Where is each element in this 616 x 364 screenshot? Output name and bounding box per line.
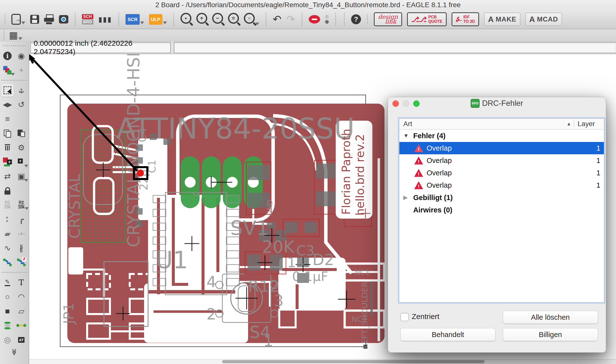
via-tool[interactable]: [1, 319, 14, 332]
text-tool[interactable]: T: [15, 276, 28, 289]
add-gate-tool[interactable]: +: [15, 156, 28, 168]
drc-group-row[interactable]: ▼Fehler (4): [399, 130, 604, 142]
lock-tool[interactable]: [1, 184, 14, 197]
mark-tool[interactable]: +: [15, 64, 28, 77]
toolbar-drag-handle[interactable]: [4, 14, 5, 24]
rotate-tool[interactable]: ↺: [15, 98, 28, 111]
wire-tool[interactable]: ✎: [1, 276, 14, 289]
minimize-button[interactable]: [403, 100, 409, 107]
circle-tool[interactable]: ○: [1, 290, 14, 303]
chevron-down-icon[interactable]: [24, 179, 28, 182]
idf-to-3d-button[interactable]: ⍼ IDFTO 3D: [452, 12, 479, 26]
chevron-down-icon[interactable]: [24, 165, 28, 167]
undo-button[interactable]: ↶: [273, 14, 282, 24]
chevron-down-icon[interactable]: [25, 207, 29, 210]
polygon-tool[interactable]: ▱: [15, 305, 28, 318]
clear-all-button[interactable]: Alle löschen: [503, 311, 598, 324]
drc-error-row[interactable]: !Overlap1: [399, 142, 604, 154]
zoom-redraw-button[interactable]: =: [228, 13, 239, 26]
column-header-art[interactable]: Art: [399, 120, 566, 128]
command-input[interactable]: [174, 42, 616, 53]
disclosure-triangle-icon[interactable]: ▶: [403, 194, 412, 201]
schematic-board-switch-button[interactable]: SCHBRD: [82, 14, 93, 24]
display-layers-tool[interactable]: [1, 64, 14, 77]
copy-tool[interactable]: [1, 127, 14, 140]
change-tool[interactable]: ⚙: [15, 141, 28, 154]
ulp-button[interactable]: ULP: [149, 14, 167, 25]
value-tool[interactable]: R210k: [15, 199, 28, 211]
zoom-button[interactable]: [413, 100, 420, 107]
make-button[interactable]: A MAKE: [484, 13, 520, 26]
set-origin-tool[interactable]: -+-: [15, 227, 28, 240]
drc-error-row[interactable]: !Overlap1: [399, 179, 604, 191]
zoom-fit-button[interactable]: ▪: [180, 13, 191, 26]
more-tools-chevron[interactable]: ≫: [11, 348, 18, 355]
split-tool[interactable]: ∦: [15, 242, 28, 254]
drc-error-list[interactable]: Art ▲ Layer ▼Fehler (4)!Overlap1!Overlap…: [399, 118, 604, 303]
cam-processor-button[interactable]: [59, 15, 68, 23]
stop-button[interactable]: [309, 15, 320, 23]
centered-checkbox-label[interactable]: Zentriert: [412, 312, 439, 321]
horizontal-scrollbar[interactable]: [29, 359, 616, 364]
close-button[interactable]: [392, 100, 399, 107]
drc-group-row[interactable]: ▶Gebilligt (1): [399, 191, 604, 204]
export-button[interactable]: →: [11, 14, 25, 25]
meander-tool[interactable]: ∿: [1, 242, 14, 254]
hole-tool[interactable]: ◎: [1, 333, 14, 346]
save-button[interactable]: [30, 15, 39, 24]
group-select-tool[interactable]: [1, 84, 14, 97]
zoom-in-button[interactable]: +: [196, 13, 207, 26]
approve-button[interactable]: Billigen: [503, 328, 598, 341]
rect-tool[interactable]: ■: [1, 305, 14, 318]
pinswap-tool[interactable]: ⇄: [1, 170, 14, 183]
chevron-down-icon[interactable]: [140, 22, 144, 24]
move-tool[interactable]: ↔↕: [15, 84, 28, 97]
grid-button[interactable]: ▦: [9, 30, 22, 41]
add-part-tool[interactable]: +: [1, 156, 14, 168]
disclosure-triangle-icon[interactable]: ▼: [403, 133, 412, 139]
route-tool[interactable]: [1, 256, 14, 269]
list-header[interactable]: Art ▲ Layer: [399, 119, 604, 130]
zoom-select-button[interactable]: ▫: [244, 13, 259, 26]
name-align-tool[interactable]: ≡: [1, 113, 14, 125]
zoom-out-button[interactable]: −: [212, 13, 223, 26]
dialog-titlebar[interactable]: BRD DRC-Fehler: [388, 97, 606, 110]
drc-error-row[interactable]: !Overlap1: [399, 154, 604, 167]
replace-tool[interactable]: ▣: [15, 170, 28, 183]
library-button[interactable]: ▮▮▮: [98, 15, 112, 23]
toolbar-drag-handle[interactable]: [3, 30, 4, 40]
polygon-merge-tool[interactable]: ▰: [1, 227, 14, 240]
paste-tool[interactable]: [15, 127, 28, 140]
name-tool[interactable]: R210k: [1, 199, 14, 211]
sort-arrow-icon[interactable]: ▲: [566, 121, 571, 127]
info-tool[interactable]: i: [1, 49, 14, 62]
mirror-tool[interactable]: ◀▶: [1, 98, 14, 111]
drc-group-row[interactable]: Airwires (0): [399, 204, 604, 216]
mcad-button[interactable]: A MCAD: [525, 13, 562, 26]
column-header-layer[interactable]: Layer: [574, 120, 604, 128]
chevron-down-icon[interactable]: [11, 73, 15, 76]
print-button[interactable]: [44, 14, 54, 24]
toolbar-drag-handle[interactable]: [367, 14, 368, 24]
drc-error-row[interactable]: !Overlap1: [399, 167, 604, 179]
pcb-quote-button[interactable]: ⎇⎇ PCBQUOTE: [407, 12, 446, 26]
scrollbar-thumb[interactable]: [222, 360, 485, 363]
ripup-tool[interactable]: ✗: [15, 256, 28, 269]
attribute-tool[interactable]: AT: [15, 333, 28, 346]
chevron-down-icon[interactable]: [163, 22, 167, 24]
signal-tool[interactable]: [15, 319, 28, 332]
run-indicator-button[interactable]: [325, 15, 329, 24]
help-button[interactable]: ?: [351, 14, 361, 24]
processed-button[interactable]: Behandelt: [400, 328, 495, 341]
sidebar-drag-handle[interactable]: [3, 45, 26, 46]
centered-checkbox[interactable]: [400, 313, 409, 321]
chevron-down-icon[interactable]: [18, 37, 22, 40]
arc-tool[interactable]: ◠: [15, 290, 28, 303]
miter-tool[interactable]: ╭: [15, 213, 28, 226]
smash-tool[interactable]: ++: [1, 213, 14, 226]
redo-button[interactable]: ↷: [286, 14, 295, 24]
script-button[interactable]: SCR: [126, 14, 144, 25]
chevron-down-icon[interactable]: [21, 22, 25, 24]
show-tool[interactable]: ◉: [15, 49, 28, 62]
delete-tool[interactable]: [1, 141, 14, 154]
